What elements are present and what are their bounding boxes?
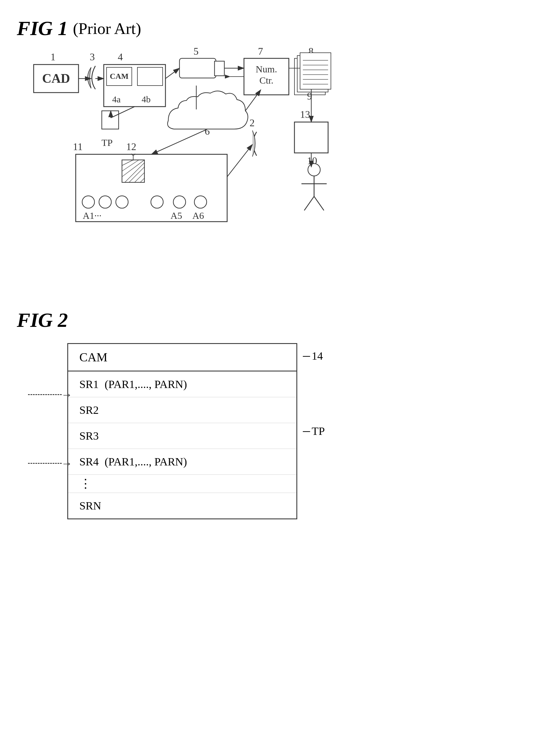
sr1-label: SR1 — [79, 378, 105, 391]
label-1: 1 — [51, 51, 56, 63]
tp-bracket: ─ TP — [303, 425, 325, 438]
axis-a5-label: A5 — [171, 210, 182, 221]
item5-box — [179, 58, 216, 78]
item5-nozzle — [214, 61, 224, 76]
page: FIG 1 (Prior Art) 1 CAD 3 4 CAM — [0, 0, 560, 746]
label-tp-fig2: ─ TP — [303, 425, 325, 438]
sr1-params: (PAR1,...., PARN) — [105, 378, 187, 391]
arrow-cloud-machine — [151, 129, 207, 154]
fig1-section: FIG 1 (Prior Art) 1 CAD 3 4 CAM — [17, 17, 550, 292]
srn-label: SRN — [79, 499, 101, 512]
item13-box — [294, 122, 328, 153]
arrow-sr4: → — [28, 457, 72, 470]
numctr-text2: Ctr. — [259, 75, 273, 86]
sr4-params: (PAR1,...., PARN) — [105, 455, 187, 468]
axis-a6 — [194, 196, 207, 208]
axis-a3 — [116, 196, 128, 208]
tp-text: TP — [312, 425, 325, 438]
arrow-sr1: → — [28, 388, 72, 401]
cam-row-srn: SRN — [68, 493, 296, 518]
cloud-shape — [168, 91, 248, 129]
axis-a6-label: A6 — [193, 210, 204, 221]
cad-text: CAD — [42, 71, 70, 86]
cam-table-header: CAM — [68, 344, 296, 371]
cam-row-dots: ⋮ — [68, 475, 296, 493]
sr2-label: SR2 — [79, 403, 99, 417]
label-4b: 4b — [142, 94, 151, 104]
tp-square — [102, 111, 119, 129]
axis-a1 — [82, 196, 94, 208]
label-14: ─ 14 — [303, 349, 323, 363]
label-5: 5 — [194, 46, 199, 57]
item8-paper3 — [300, 53, 331, 89]
tp-label-fig1: TP — [101, 138, 113, 148]
label-12: 12 — [126, 141, 136, 152]
item3-shape — [88, 67, 91, 88]
fig2-label: FIG 2 — [17, 309, 68, 331]
cam-row-sr2: SR2 — [68, 397, 296, 423]
cam-row-sr4: SR4 (PAR1,...., PARN) — [68, 449, 296, 475]
person-leg-right — [314, 196, 324, 210]
axis-a2 — [99, 196, 111, 208]
fig2-section: FIG 2 → → CAM SR1 — [17, 309, 550, 519]
fig1-title: FIG 1 (Prior Art) — [17, 17, 550, 40]
dash-14: ─ — [303, 350, 310, 362]
dots-label: ⋮ — [79, 478, 92, 490]
person-leg-left — [304, 196, 314, 210]
axis-a4 — [151, 196, 163, 208]
fig1-diagram: 1 CAD 3 4 CAM 4a 4b 5 — [17, 39, 544, 281]
num-14: 14 — [312, 349, 323, 363]
dash-tp: ─ — [303, 425, 310, 437]
label-3: 3 — [90, 51, 95, 63]
item3-curve — [92, 66, 96, 89]
cam-row-sr3: SR3 — [68, 423, 296, 449]
fig2-diagram-area: → → CAM SR1 (PAR1,...., PARN) — [67, 343, 550, 519]
cam-inner2-box — [138, 67, 163, 86]
cam-table: CAM SR1 (PAR1,...., PARN) SR2 SR3 SR4 — [67, 343, 297, 519]
label-2: 2 — [249, 117, 255, 128]
label-4: 4 — [118, 51, 123, 63]
numctr-text1: Num. — [256, 64, 277, 74]
fig1-label: FIG 1 — [17, 17, 68, 40]
fig2-title-area: FIG 2 — [17, 309, 550, 332]
sr4-label: SR4 — [79, 455, 105, 468]
arrow-machine-item2 — [227, 144, 253, 177]
label-11: 11 — [73, 141, 83, 152]
arrow-cam-tool — [166, 68, 179, 79]
sr3-label: SR3 — [79, 429, 99, 442]
axis-labels: A1··· — [83, 210, 101, 221]
axis-a5 — [173, 196, 186, 208]
cam-inner1-text: CAM — [110, 72, 129, 81]
cam-row-sr1: SR1 (PAR1,...., PARN) — [68, 371, 296, 397]
fig1-prior-art: (Prior Art) — [73, 19, 141, 38]
label-13: 13 — [300, 109, 310, 120]
person-head — [308, 164, 320, 176]
label-4a: 4a — [112, 94, 121, 104]
cam-header-text: CAM — [79, 350, 108, 364]
label-7: 7 — [258, 46, 263, 57]
